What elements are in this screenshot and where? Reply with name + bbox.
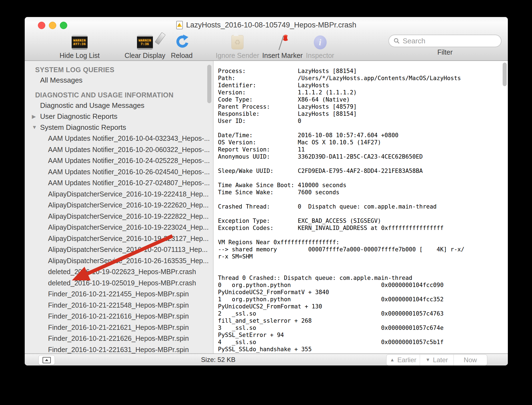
sidebar-file-row[interactable]: Finder_2016-10-21-221626_Hepos-MBPr.spin: [25, 333, 213, 344]
red-flag-icon: [276, 33, 289, 51]
sidebar-file-row[interactable]: AlipayDispatcherService_2016-10-19-22282…: [25, 211, 213, 222]
sidebar-file-row[interactable]: AAM Updates Notifier_2016-10-04-032343_H…: [25, 133, 213, 144]
titlebar: ! LazyHosts_2016-10-08-105749_Hepos-MBPr…: [25, 17, 508, 33]
filter-label: Filter: [388, 48, 502, 56]
sidebar-file-list: AAM Updates Notifier_2016-10-04-032343_H…: [25, 133, 213, 353]
search-icon: [393, 38, 400, 44]
later-button[interactable]: ▼ Later: [420, 355, 453, 365]
status-bar: Size: 52 KB ▲ Earlier ▼ Later Now: [25, 353, 508, 365]
sidebar-scrollbar-thumb[interactable]: [207, 65, 211, 103]
section-header-system-log-queries: SYSTEM LOG QUERIES: [25, 65, 213, 75]
triangle-down-icon: ▼: [425, 357, 430, 363]
sidebar-item-system-diagnostic-reports[interactable]: ▼ System Diagnostic Reports: [25, 122, 213, 133]
sidebar-item-diagnostic-usage-messages[interactable]: Diagnostic and Usage Messages: [25, 100, 213, 111]
content-area: SYSTEM LOG QUERIES All Messages DIAGNOST…: [25, 61, 508, 353]
hide-log-list-label: Hide Log List: [60, 52, 100, 60]
sidebar-file-row[interactable]: AlipayDispatcherService_2016-10-19-22312…: [25, 233, 213, 244]
sidebar-file-row[interactable]: AlipayDispatcherService_2016-10-19-22262…: [25, 199, 213, 211]
sidebar-file-row[interactable]: AAM Updates Notifier_2016-10-26-024540_H…: [25, 166, 213, 178]
info-circle-icon: i: [314, 33, 327, 51]
search-input[interactable]: [402, 36, 497, 46]
sidebar-file-row[interactable]: Finder_2016-10-21-221616_Hepos-MBPr.spin: [25, 311, 213, 322]
panel-up-icon: [43, 357, 51, 363]
sidebar-file-row[interactable]: AAM Updates Notifier_2016-10-24-025228_H…: [25, 155, 213, 166]
now-button[interactable]: Now: [454, 355, 487, 365]
main-scrollbar-thumb[interactable]: [503, 63, 507, 86]
log-content-pane: Process: LazyHosts [88154] Path: /Users/…: [214, 61, 508, 353]
sidebar-item-user-diagnostic-reports[interactable]: ▶ User Diagnostic Reports: [25, 111, 213, 122]
toggle-log-list-button[interactable]: [38, 355, 55, 365]
chevron-down-icon[interactable]: ▼: [25, 124, 40, 130]
sidebar-file-row[interactable]: Finder_2016-10-21-221621_Hepos-MBPr.spin: [25, 322, 213, 333]
toolbar: WARNIN AY7:36 Hide Log List WARNIN 7:36: [25, 33, 508, 61]
crash-log-text: Process: LazyHosts [88154] Path: /Users/…: [214, 61, 508, 353]
recycle-symbol-icon: ♻: [234, 39, 240, 46]
window-title: LazyHosts_2016-10-08-105749_Hepos-MBPr.c…: [186, 21, 356, 29]
time-navigation-control: ▲ Earlier ▼ Later Now: [386, 354, 487, 365]
sidebar-file-row[interactable]: AlipayDispatcherService_2016-10-20-07111…: [25, 244, 213, 255]
sidebar-file-row[interactable]: AAM Updates Notifier_2016-10-27-024807_H…: [25, 177, 213, 189]
sidebar-file-row[interactable]: AlipayDispatcherService_2016-10-26-16353…: [25, 255, 213, 266]
sidebar-file-row[interactable]: AlipayDispatcherService_2016-10-19-22241…: [25, 189, 213, 200]
sidebar-file-row[interactable]: deleted_2016-10-19-025019_Hepos-MBPr.cra…: [25, 277, 213, 289]
sidebar-file-row[interactable]: AlipayDispatcherService_2016-10-19-22302…: [25, 222, 213, 233]
log-list-sidebar: SYSTEM LOG QUERIES All Messages DIAGNOST…: [25, 61, 214, 353]
earlier-button[interactable]: ▲ Earlier: [387, 355, 420, 365]
screen-background: ! LazyHosts_2016-10-08-105749_Hepos-MBPr…: [0, 0, 532, 405]
sidebar-file-row[interactable]: deleted_2016-10-19-022623_Hepos-MBPr.cra…: [25, 266, 213, 277]
paper-bag-recycle-icon: ♻: [231, 33, 243, 51]
search-area: Filter: [388, 35, 502, 56]
led-sign-eraser-icon: WARNIN 7:36: [137, 33, 153, 51]
sidebar-item-all-messages[interactable]: All Messages: [25, 75, 213, 86]
led-sign-icon: WARNIN AY7:36: [72, 33, 88, 51]
sidebar-file-row[interactable]: AAM Updates Notifier_2016-10-20-060322_H…: [25, 144, 213, 155]
crash-document-icon: !: [176, 21, 183, 29]
chevron-right-icon[interactable]: ▶: [25, 113, 40, 120]
triangle-up-icon: ▲: [390, 357, 395, 363]
inspector-label: Inspector: [306, 52, 334, 60]
reload-button[interactable]: Reload: [152, 33, 212, 60]
section-header-diagnostic-usage: DIAGNOSTIC AND USAGE INFORMATION: [25, 90, 213, 100]
console-window: ! LazyHosts_2016-10-08-105749_Hepos-MBPr…: [25, 17, 508, 365]
reload-arrow-icon: [175, 33, 189, 51]
size-label: Size: 52 KB: [201, 354, 235, 365]
hide-log-list-button[interactable]: WARNIN AY7:36 Hide Log List: [49, 33, 110, 60]
window-chrome: ! LazyHosts_2016-10-08-105749_Hepos-MBPr…: [25, 17, 508, 61]
sidebar-file-row[interactable]: Finder_2016-10-21-221455_Hepos-MBPr.spin: [25, 288, 213, 300]
inspector-button: i Inspector: [290, 33, 350, 60]
reload-label: Reload: [171, 52, 192, 60]
sidebar-file-row[interactable]: Finder_2016-10-21-221631_Hepos-MBPr.spin: [25, 344, 213, 354]
search-field[interactable]: [388, 35, 502, 47]
sidebar-file-row[interactable]: Finder_2016-10-21-221548_Hepos-MBPr.spin: [25, 300, 213, 311]
